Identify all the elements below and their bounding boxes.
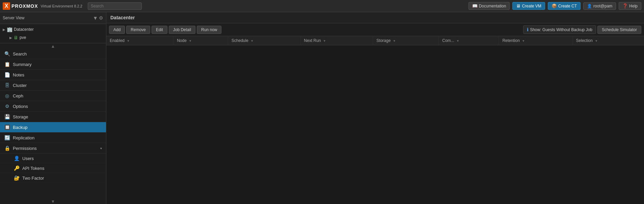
- nav-menu: 🔍 Search 📋 Summary 📄 Notes 🗄 Cluster ◎ C…: [0, 49, 106, 199]
- main-layout: Server View ▾ ⚙ ▶ 🏢 Datacenter ▶ 🖥 pve ▲…: [0, 12, 644, 204]
- gear-button[interactable]: ⚙: [99, 15, 103, 21]
- help-icon: ❓: [622, 3, 628, 8]
- user-icon: 👤: [587, 4, 592, 8]
- table-header-row: Enabled ▼ Node ▼ Schedule ▼ Next Run: [106, 36, 644, 45]
- nav-item-notes[interactable]: 📄 Notes: [0, 70, 106, 80]
- header-search-input[interactable]: [88, 2, 142, 10]
- create-vm-button[interactable]: 🖥 Create VM: [512, 2, 545, 10]
- datacenter-icon: 🏢: [7, 27, 12, 32]
- monitor-icon: 🖥: [516, 3, 520, 8]
- sort-retention-icon: ▼: [522, 39, 525, 43]
- nav-options-label: Options: [13, 104, 28, 109]
- documentation-button[interactable]: 📖 Documentation: [468, 2, 510, 10]
- pve-chevron: ▶: [9, 36, 12, 40]
- nav-item-backup[interactable]: 🔲 Backup: [0, 122, 106, 133]
- col-storage[interactable]: Storage ▼: [373, 36, 439, 45]
- cluster-icon: 🗄: [4, 83, 10, 88]
- users-icon: 👤: [14, 156, 20, 161]
- two-factor-icon: 🔐: [14, 175, 20, 181]
- nav-sub-item-users[interactable]: 👤 Users: [0, 154, 106, 163]
- ceph-icon: ◎: [4, 93, 10, 98]
- backup-icon: 🔲: [4, 124, 10, 130]
- nav-item-ceph[interactable]: ◎ Ceph: [0, 91, 106, 101]
- nav-item-search[interactable]: 🔍 Search: [0, 49, 106, 59]
- nav-replication-label: Replication: [13, 135, 34, 140]
- logo-text: PROXMOX: [11, 3, 38, 9]
- sort-enabled-icon: ▼: [127, 39, 130, 43]
- nav-storage-label: Storage: [13, 114, 28, 119]
- nav-item-summary[interactable]: 📋 Summary: [0, 59, 106, 70]
- container-icon: 📦: [552, 3, 557, 8]
- nav-cluster-label: Cluster: [13, 83, 27, 88]
- col-comment[interactable]: Com... ▼: [439, 36, 499, 45]
- server-view-dropdown[interactable]: ▾: [94, 14, 97, 22]
- nav-sub-item-api-tokens[interactable]: 🔑 API Tokens: [0, 163, 106, 173]
- table-container: Enabled ▼ Node ▼ Schedule ▼ Next Run: [106, 36, 644, 204]
- backup-table: Enabled ▼ Node ▼ Schedule ▼ Next Run: [106, 36, 644, 45]
- nav-item-storage[interactable]: 💾 Storage: [0, 112, 106, 122]
- tree-item-pve[interactable]: ▶ 🖥 pve: [0, 33, 106, 42]
- notes-icon: 📄: [4, 72, 10, 77]
- nav-item-replication[interactable]: 🔄 Replication: [0, 133, 106, 143]
- nav-item-options[interactable]: ⚙ Options: [0, 101, 106, 112]
- tree: ▶ 🏢 Datacenter ▶ 🖥 pve: [0, 24, 106, 43]
- nav-two-factor-label: Two Factor: [22, 176, 44, 181]
- scroll-up-arrow[interactable]: ▲: [0, 43, 106, 49]
- pve-label: pve: [20, 35, 26, 40]
- sort-node-icon: ▼: [189, 39, 192, 43]
- tree-item-datacenter[interactable]: ▶ 🏢 Datacenter: [0, 25, 106, 33]
- schedule-simulator-button[interactable]: Schedule Simulator: [597, 26, 641, 34]
- content-header: Datacenter: [106, 12, 644, 23]
- edit-button[interactable]: Edit: [152, 26, 167, 34]
- col-node[interactable]: Node ▼: [173, 36, 228, 45]
- api-tokens-icon: 🔑: [14, 165, 20, 171]
- content-area: Datacenter Add Remove Edit Job Detail Ru…: [106, 12, 644, 204]
- replication-icon: 🔄: [4, 135, 10, 140]
- add-button[interactable]: Add: [109, 26, 125, 34]
- col-schedule[interactable]: Schedule ▼: [228, 36, 300, 45]
- nav-api-tokens-label: API Tokens: [22, 166, 45, 171]
- options-icon: ⚙: [4, 104, 10, 109]
- nav-sub-item-two-factor[interactable]: 🔐 Two Factor: [0, 173, 106, 183]
- server-view-header: Server View ▾ ⚙: [0, 12, 106, 24]
- show-guests-button[interactable]: ℹ Show: Guests Without Backup Job: [523, 25, 596, 34]
- col-next-run[interactable]: Next Run ▼: [300, 36, 373, 45]
- permissions-icon: 🔒: [4, 145, 10, 151]
- documentation-icon: 📖: [472, 3, 478, 8]
- col-retention[interactable]: Retention ▼: [499, 36, 572, 45]
- run-now-button[interactable]: Run now: [197, 26, 221, 34]
- summary-icon: 📋: [4, 62, 10, 67]
- create-ct-button[interactable]: 📦 Create CT: [548, 2, 581, 10]
- search-nav-icon: 🔍: [4, 51, 10, 56]
- nav-users-label: Users: [22, 156, 34, 161]
- show-guests-label: Show: Guests Without Backup Job: [530, 27, 592, 32]
- toolbar: Add Remove Edit Job Detail Run now ℹ Sho…: [106, 23, 644, 36]
- logo-icon: X: [3, 2, 10, 10]
- help-button[interactable]: ❓ Help: [619, 2, 641, 10]
- top-header: X PROXMOX Virtual Environment 8.2.2 📖 Do…: [0, 0, 644, 12]
- storage-icon: 💾: [4, 114, 10, 119]
- nav-notes-label: Notes: [13, 72, 24, 77]
- sidebar: Server View ▾ ⚙ ▶ 🏢 Datacenter ▶ 🖥 pve ▲…: [0, 12, 106, 204]
- pve-icon: 🖥: [14, 35, 18, 40]
- logo-area: X PROXMOX Virtual Environment 8.2.2: [3, 2, 82, 10]
- datacenter-label: Datacenter: [14, 27, 34, 32]
- sort-storage-icon: ▼: [393, 39, 396, 43]
- user-menu-button[interactable]: 👤 root@pam: [583, 2, 616, 10]
- page-title: Datacenter: [110, 15, 135, 20]
- col-enabled[interactable]: Enabled ▼: [106, 36, 173, 45]
- datacenter-chevron: ▶: [3, 28, 5, 31]
- nav-ceph-label: Ceph: [13, 93, 23, 98]
- remove-button[interactable]: Remove: [126, 26, 150, 34]
- scroll-down-arrow[interactable]: ▼: [0, 199, 106, 204]
- nav-summary-label: Summary: [13, 62, 32, 67]
- col-selection[interactable]: Selection ▼: [572, 36, 644, 45]
- nav-search-label: Search: [13, 51, 27, 56]
- permissions-chevron: ▾: [100, 146, 102, 150]
- nav-backup-label: Backup: [13, 125, 27, 130]
- nav-item-cluster[interactable]: 🗄 Cluster: [0, 80, 106, 91]
- app-version: Virtual Environment 8.2.2: [41, 4, 82, 8]
- server-view-label: Server View: [3, 16, 92, 20]
- nav-item-permissions[interactable]: 🔒 Permissions ▾: [0, 143, 106, 154]
- job-detail-button[interactable]: Job Detail: [169, 26, 195, 34]
